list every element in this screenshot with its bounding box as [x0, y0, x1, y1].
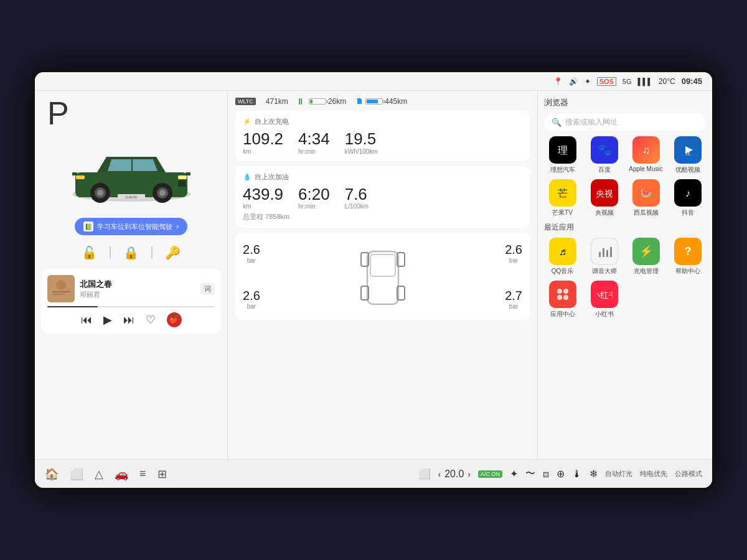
car-top-view: [358, 239, 408, 314]
charge-km-value: 109.2: [243, 130, 283, 148]
water-drop-icon: 💧: [243, 173, 251, 181]
road-mode-btn[interactable]: 公路模式: [675, 469, 702, 478]
music-controls: ⏮ ▶ ⏭ ♡ 🍎: [47, 312, 215, 327]
charge-efficiency-unit: kWh/100km: [345, 148, 378, 155]
svg-text:LI AUTO: LI AUTO: [125, 195, 137, 199]
app-item-appstore[interactable]: 应用中心: [544, 281, 581, 319]
rear-right-tire: 2.7 bar: [505, 289, 522, 310]
svg-point-44: [563, 289, 568, 294]
app-item-baidu[interactable]: 🐾 百度: [586, 136, 622, 174]
right-panel: 浏览器 🔍 搜索或输入网址 理 理想汽车: [538, 91, 712, 459]
app-item-charge[interactable]: ⚡ 充电管理: [627, 238, 664, 276]
svg-rect-8: [178, 175, 187, 179]
search-icon: 🔍: [552, 118, 561, 127]
svg-point-45: [557, 295, 562, 300]
climate-mode-icon: 〜: [525, 467, 535, 480]
svg-text:理: 理: [558, 145, 568, 156]
app-item-douyin[interactable]: ♪ 抖音: [669, 179, 706, 217]
ev-priority-btn[interactable]: 纯电优先: [640, 469, 667, 478]
app-item-xiaohongshu[interactable]: 小红书 小红书: [586, 281, 622, 319]
nav-back[interactable]: △: [95, 467, 103, 481]
status-bar: 📍 🔊 ✦ SOS 5G ▌▌▌ 20°C 09:45: [35, 72, 712, 91]
fuel-consumption-stat: 7.6 L/100km: [345, 185, 369, 210]
signal-label: 5G: [622, 78, 632, 85]
svg-rect-9: [76, 175, 85, 179]
music-info: 北国之春 邓丽君 词: [47, 275, 215, 302]
song-title: 北国之春: [80, 279, 195, 290]
svg-point-46: [563, 295, 568, 300]
range-bar: WLTC 471km 26km 445km: [235, 97, 530, 106]
nav-recent[interactable]: ⬜: [70, 467, 83, 481]
svg-rect-38: [603, 248, 604, 257]
svg-text:小红书: 小红书: [596, 290, 613, 300]
climate-icon: ⬜: [418, 468, 431, 480]
search-bar[interactable]: 🔍 搜索或输入网址: [544, 113, 706, 131]
app-icon-applemusic: ♫: [632, 136, 660, 164]
nav-home[interactable]: 🏠: [45, 467, 59, 481]
book-icon: 📗: [83, 222, 93, 231]
volume-icon: 🔊: [569, 77, 578, 86]
app-label-lixiang: 理想汽车: [550, 166, 575, 174]
album-art: [47, 275, 75, 302]
nav-car[interactable]: 🚗: [115, 467, 128, 481]
play-button[interactable]: ▶: [103, 313, 112, 327]
app-item-xigua[interactable]: 🍉 西瓜视频: [627, 179, 664, 217]
app-item-lixiang[interactable]: 理 理想汽车: [544, 136, 581, 174]
like-button[interactable]: ♡: [146, 313, 156, 327]
fuel-range: 445km: [385, 97, 407, 106]
car-screen-wrapper: 📍 🔊 ✦ SOS 5G ▌▌▌ 20°C 09:45 P: [31, 68, 716, 492]
app-item-youku[interactable]: 优 优酷视频: [669, 136, 706, 174]
bluetooth-icon: ✦: [585, 77, 591, 86]
search-placeholder: 搜索或输入网址: [565, 117, 618, 128]
lock-icon-3[interactable]: 🔑: [165, 245, 181, 260]
electric-fill: [310, 100, 312, 103]
next-button[interactable]: ⏭: [123, 314, 134, 327]
divider-2: [151, 246, 153, 259]
app-icon-tuner: [591, 238, 618, 265]
prev-button[interactable]: ⏮: [81, 314, 92, 327]
temp-down-arrow[interactable]: ‹: [438, 469, 441, 479]
app-label-help: 帮助中心: [675, 267, 700, 276]
gear-indicator: P: [41, 97, 221, 129]
svg-rect-12: [186, 172, 190, 175]
lyrics-button[interactable]: 词: [200, 283, 215, 295]
charge-km-stat: 109.2 km: [243, 130, 283, 155]
fuel-consumption-unit: L/100km: [345, 203, 369, 210]
svg-text:芒: 芒: [558, 188, 568, 198]
app-item-applemusic[interactable]: ♫ Apple Music: [627, 136, 664, 174]
lock-icon-1[interactable]: 🔓: [82, 245, 97, 260]
temperature-label: 20°C: [659, 77, 675, 86]
app-label-charge: 充电管理: [634, 267, 659, 276]
electric-range: 26km: [328, 97, 346, 106]
location-icon: 📍: [553, 77, 563, 86]
temp-up-arrow[interactable]: ›: [467, 469, 471, 479]
car-screen: 📍 🔊 ✦ SOS 5G ▌▌▌ 20°C 09:45 P: [35, 72, 712, 488]
app-item-mangotv[interactable]: 芒 芒果TV: [544, 179, 581, 217]
svg-rect-22: [370, 254, 395, 276]
smart-parking-button[interactable]: 📗 学习车位到车位智能驾驶 ›: [75, 218, 187, 235]
main-content: P: [35, 91, 712, 459]
auto-lights-btn[interactable]: 自动灯光: [605, 469, 632, 478]
svg-rect-18: [52, 294, 65, 295]
app-grid: 理 理想汽车 🐾 百度 ♫: [544, 136, 706, 217]
svg-rect-40: [610, 247, 612, 257]
nav-apps[interactable]: ⊞: [157, 467, 167, 481]
fuel-header: 💧 自上次加油: [243, 172, 522, 182]
fuel-km-value: 439.9: [243, 185, 283, 203]
total-range: 471km: [266, 97, 288, 106]
front-right-value: 2.6: [505, 243, 522, 257]
app-icon-mangotv: 芒: [549, 179, 576, 207]
app-item-tuner[interactable]: 调音大师: [586, 238, 622, 276]
app-item-cctv[interactable]: 央视 央视频: [586, 179, 622, 217]
app-label-baidu: 百度: [598, 166, 611, 174]
app-item-qq-music[interactable]: ♬ QQ音乐: [544, 238, 581, 276]
fan-icon: ✦: [510, 468, 518, 480]
charge-efficiency-stat: 19.5 kWh/100km: [345, 130, 378, 155]
front-left-unit: bar: [243, 257, 260, 264]
nav-menu[interactable]: ≡: [139, 467, 146, 480]
svg-rect-21: [367, 251, 398, 304]
lock-icon-2[interactable]: 🔒: [123, 245, 139, 260]
charge-time-unit: hr:min: [298, 148, 330, 155]
smart-parking-arrow: ›: [176, 222, 179, 231]
app-item-help[interactable]: ? 帮助中心: [669, 238, 706, 276]
